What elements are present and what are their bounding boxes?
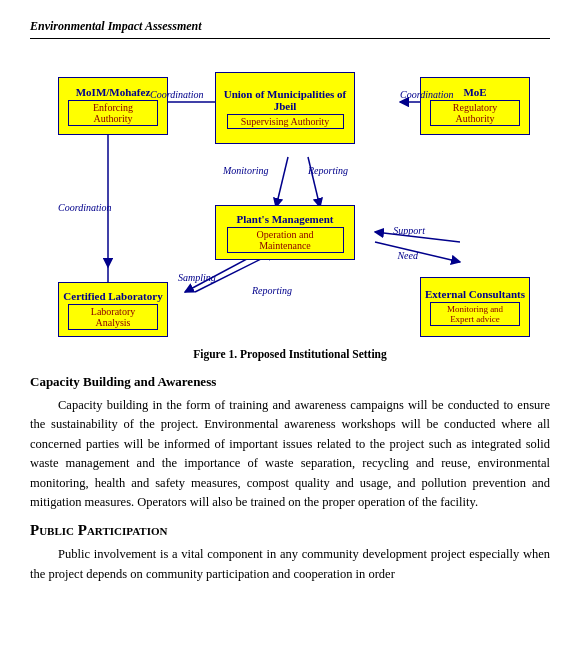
molm-subtitle: Enforcing Authority — [68, 100, 158, 126]
need-label: Need — [397, 250, 418, 261]
public-section-heading: Public Participation — [30, 522, 550, 539]
svg-line-5 — [276, 157, 288, 207]
sampling-label: Sampling — [178, 272, 216, 283]
public-section-text: Public involvement is a vital component … — [30, 545, 550, 584]
union-title: Union of Municipalities of Jbeil — [220, 88, 350, 112]
union-subtitle: Supervising Authority — [227, 114, 344, 129]
union-box: Union of Municipalities of Jbeil Supervi… — [215, 72, 355, 144]
diagram-container: MoIM/Mohafez Enforcing Authority MoE Reg… — [30, 57, 550, 342]
capacity-section-title: Capacity Building and Awareness — [30, 374, 550, 390]
coord3-label: Coordination — [58, 202, 112, 213]
coord2-label: Coordination — [400, 89, 454, 100]
molm-box: MoIM/Mohafez Enforcing Authority — [58, 77, 168, 135]
certified-box: Certified Laboratory Laboratory Analysis — [58, 282, 168, 337]
reporting1-label: Reporting — [308, 165, 348, 176]
moe-box: MoE Regulatory Authority — [420, 77, 530, 135]
external-box: External Consultants Monitoring and Expe… — [420, 277, 530, 337]
plant-title: Plant's Management — [237, 213, 334, 225]
molm-title: MoIM/Mohafez — [76, 86, 151, 98]
certified-subtitle: Laboratory Analysis — [68, 304, 158, 330]
external-subtitle: Monitoring and Expert advice — [430, 302, 520, 326]
plant-subtitle: Operation and Maintenance — [227, 227, 344, 253]
figure-caption: Figure 1. Proposed Institutional Setting — [30, 348, 550, 360]
plant-box: Plant's Management Operation and Mainten… — [215, 205, 355, 260]
monitoring-label: Monitoring — [223, 165, 269, 176]
capacity-section-text: Capacity building in the form of trainin… — [30, 396, 550, 512]
coord1-label: Coordination — [150, 89, 204, 100]
document-header: Environmental Impact Assessment — [30, 18, 550, 39]
reporting2-label: Reporting — [252, 285, 292, 296]
public-section-title: Public Participation — [30, 522, 167, 538]
moe-title: MoE — [463, 86, 486, 98]
support-label: Support — [393, 225, 425, 236]
moe-subtitle: Regulatory Authority — [430, 100, 520, 126]
external-title: External Consultants — [425, 288, 525, 300]
certified-title: Certified Laboratory — [63, 290, 162, 302]
document-title: Environmental Impact Assessment — [30, 19, 202, 33]
